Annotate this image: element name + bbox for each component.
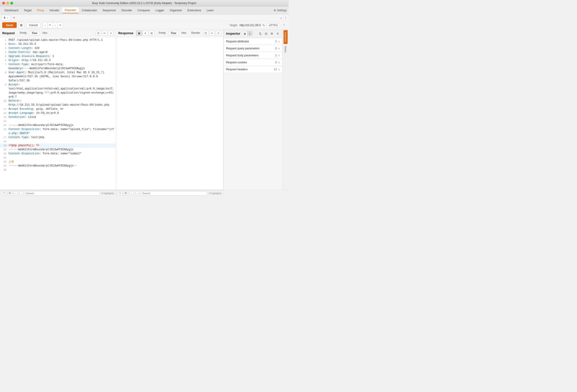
inspector-filter-button[interactable]: ⊟ (264, 31, 268, 36)
request-code-area[interactable]: 1 POST /upload/upload-labs-master/Pass-0… (0, 37, 116, 190)
response-copy-button[interactable]: ⊡ (203, 31, 209, 35)
cancel-button[interactable]: Cancel (26, 23, 41, 28)
request-panel-toolbar: ⊡ ↵ ≡ (96, 31, 114, 35)
nav-tab-sequencer[interactable]: Sequencer (100, 7, 119, 13)
side-tab-notes[interactable]: Notes (284, 44, 288, 55)
nav-tab-learn[interactable]: Learn (204, 7, 216, 13)
settings-button[interactable]: ⚙ Settings (274, 9, 287, 12)
inspector-section-header-query-params[interactable]: Request query parameters 0 ∨ (224, 45, 282, 52)
code-line-6: 6 Origin: http://10.211.55.5 (0, 58, 116, 63)
inspector-section-header-request-headers[interactable]: Request headers 12 ∨ (224, 66, 282, 73)
settings-gear-button[interactable]: ⚙ (18, 22, 24, 28)
nav-tab-logger[interactable]: Logger (153, 7, 167, 13)
code-line-23: 23 上传 (0, 160, 116, 164)
code-line-7b: boundary=----WebKitFormBoundaryCJ913wHfX… (0, 66, 116, 70)
request-next-button[interactable]: → (19, 191, 23, 195)
nav-forward-button[interactable]: › (53, 22, 58, 28)
nav-tab-extensions[interactable]: Extensions (185, 7, 204, 13)
nav-tab-comparer[interactable]: Comparer (135, 7, 153, 13)
inspector-section-title: Request attributes (226, 40, 275, 43)
chevron-down-icon: ∨ (278, 40, 280, 43)
response-tab-pretty[interactable]: Pretty (156, 31, 168, 35)
code-line-2: 2 Host: 10.211.55.5 (0, 42, 116, 46)
nav-tab-target[interactable]: Target (21, 7, 34, 13)
nav-tab-decoder[interactable]: Decoder (119, 7, 135, 13)
response-tab-hex[interactable]: Hex (179, 31, 188, 35)
inspector-section-count: 0 (275, 61, 277, 64)
nav-forward-dropdown[interactable]: ▾ (58, 22, 63, 28)
minimize-button[interactable] (6, 2, 9, 4)
response-tab-render[interactable]: Render (189, 31, 202, 35)
request-help-button[interactable]: ? (2, 191, 6, 195)
edit-target-button[interactable]: ✎ (262, 23, 265, 27)
request-settings-button[interactable]: ⚙ (8, 191, 12, 195)
inspector-section-header-cookies[interactable]: Request cookies 0 ∨ (224, 59, 282, 66)
response-panel-toolbar: ⊡ ↵ ≡ (203, 31, 221, 35)
request-panel-header: Request Pretty Raw Hex ⊡ ↵ ≡ (0, 29, 116, 37)
inspector-section-count: 2 (275, 54, 277, 57)
inspector-section-header-body-params[interactable]: Request body parameters 2 ∨ (224, 52, 282, 59)
chevron-down-icon: ∨ (278, 61, 280, 64)
inspector-settings-button[interactable]: ⚙ (270, 31, 274, 36)
code-line-16: 16 Content-Disposition: form-data; name=… (0, 127, 116, 135)
response-display-buttons: ▦ ≡ ⊡ (136, 31, 155, 35)
wrap-button[interactable]: ↵ (102, 31, 107, 35)
response-next-button[interactable]: → (136, 191, 140, 195)
inspector-sort-button[interactable]: ⇅ (258, 31, 262, 36)
response-more-button[interactable]: ≡ (216, 31, 221, 35)
inspector-section-title: Request query parameters (226, 47, 275, 50)
nav-tab-collaborator[interactable]: Collaborator (79, 7, 100, 13)
repeater-tab-6[interactable]: 6 × (1, 15, 11, 21)
inspector-btn-2[interactable]: ≡ (247, 31, 252, 36)
response-tab-raw[interactable]: Raw (168, 31, 179, 35)
response-code-area (116, 37, 223, 190)
tab-close-button[interactable]: × (7, 16, 8, 19)
nav-tab-dashboard[interactable]: Dashboard (2, 7, 21, 13)
request-search-input[interactable] (25, 191, 100, 196)
response-wrap-button[interactable]: ↵ (209, 31, 215, 35)
response-help-button[interactable]: ? (118, 191, 122, 195)
side-tab-inspector[interactable]: Inspector (284, 30, 288, 44)
response-prev-button[interactable]: ← (130, 191, 134, 195)
help-icon: ? (283, 24, 285, 27)
request-tab-raw[interactable]: Raw (30, 31, 40, 35)
inspector-header: Inspector ▦ ≡ ⇅ ⊟ ⚙ ✕ (224, 29, 282, 38)
more-button[interactable]: ≡ (108, 31, 114, 35)
inspector-close-button[interactable]: ✕ (275, 31, 280, 36)
request-view-tabs: Pretty Raw Hex (17, 31, 50, 35)
maximize-button[interactable] (10, 2, 13, 4)
nav-tab-repeater[interactable]: Repeater (62, 7, 79, 13)
http-version-button[interactable]: HTTP/1 (267, 23, 280, 27)
nav-back-dropdown[interactable]: ▾ (48, 22, 53, 28)
response-view-btn-1[interactable]: ▦ (136, 31, 142, 35)
send-button[interactable]: Send (2, 22, 17, 28)
response-view-btn-3[interactable]: ⊡ (149, 31, 155, 35)
code-line-11: 11 Accept-Encoding: gzip, deflate, br (0, 107, 116, 111)
copy-button[interactable]: ⊡ (96, 31, 101, 35)
code-line-8b: AppleWebKit/537.36 (KHTML, like Gecko) C… (0, 75, 116, 79)
close-button[interactable] (2, 2, 5, 4)
nav-tab-organizer[interactable]: Organizer (167, 7, 185, 13)
request-tab-pretty[interactable]: Pretty (17, 31, 29, 35)
response-settings-button[interactable]: ⚙ (124, 191, 128, 195)
code-line-14: 14 (0, 119, 116, 123)
inspector-btn-1[interactable]: ▦ (242, 31, 247, 36)
nav-back-button[interactable]: ‹ (43, 22, 48, 28)
request-tab-hex[interactable]: Hex (40, 31, 50, 35)
title-bar: Burp Suite Community Edition v2023.10.2.… (0, 0, 288, 6)
add-tab-button[interactable]: + (11, 15, 16, 20)
response-search-input[interactable] (141, 191, 207, 196)
nav-tab-intruder[interactable]: Intruder (47, 7, 62, 13)
nav-tab-proxy[interactable]: Proxy (34, 7, 47, 13)
response-view-btn-2[interactable]: ≡ (143, 31, 148, 35)
inspector-section-header-request-attributes[interactable]: Request attributes 2 ∨ (224, 38, 282, 45)
help-button[interactable]: ? (282, 23, 286, 28)
window-title: Burp Suite Community Edition v2023.10.2.… (92, 1, 196, 5)
chevron-down-icon: ∨ (278, 68, 280, 71)
inspector-title: Inspector (226, 32, 240, 35)
tab-menu-icon[interactable]: ⋮ (284, 16, 287, 20)
search-icon[interactable]: ⌕ (280, 16, 282, 20)
side-tab-panel: Inspector Notes (282, 29, 288, 190)
request-prev-button[interactable]: ← (13, 191, 18, 195)
code-line-5: 5 Upgrade-Insecure-Requests: 1 (0, 54, 116, 58)
